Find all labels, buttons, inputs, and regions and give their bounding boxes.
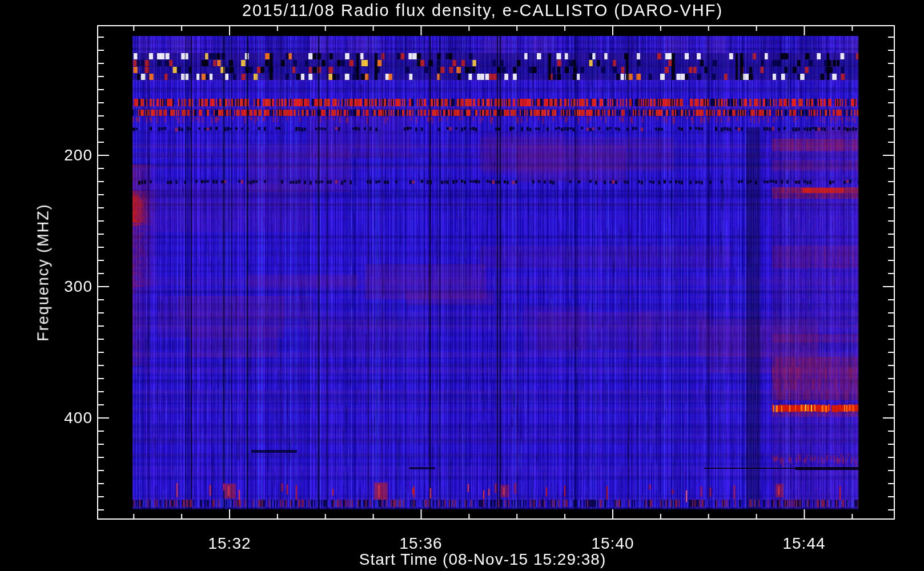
x-tick-label-1540: 15:40 [573,534,653,553]
x-tick-label-1536: 15:36 [381,534,461,553]
y-tick-label-200: 200 [23,146,93,164]
x-tick-label-1532: 15:32 [190,534,270,553]
spectrogram-page: { "title": "2015/11/08 Radio flux densit… [0,0,924,571]
y-axis-label: Frequency (MHZ) [35,203,53,341]
y-tick-label-400: 400 [23,409,93,427]
spectrogram-plot-canvas [0,0,924,571]
x-tick-label-1544: 15:44 [764,534,844,553]
x-axis-label: Start Time (08-Nov-15 15:29:38) [283,550,682,569]
y-tick-label-300: 300 [23,278,93,296]
chart-title: 2015/11/08 Radio flux density, e-CALLIST… [80,1,885,20]
